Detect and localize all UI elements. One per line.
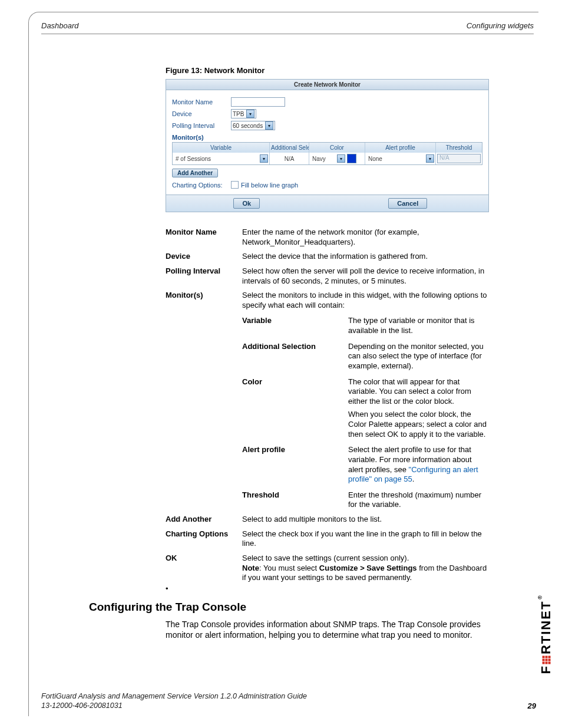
def-color-text1: The color that will appear for that vari… xyxy=(348,377,488,407)
device-select[interactable]: TPB ▾ xyxy=(231,109,256,118)
def-device-text: Select the device that the information i… xyxy=(242,252,488,262)
col-addsel: Additional Selection xyxy=(270,143,309,153)
def-addsel-label: Additional Selection xyxy=(242,342,348,371)
field-descriptions: Monitor Name Enter the name of the netwo… xyxy=(166,223,488,588)
col-variable: Variable xyxy=(173,143,270,153)
brand-pre: F xyxy=(538,665,554,674)
dialog-title: Create Network Monitor xyxy=(166,80,488,90)
def-charting-label: Charting Options xyxy=(166,529,242,549)
charting-text: Fill below line graph xyxy=(241,182,298,189)
col-threshold: Threshold xyxy=(436,143,482,153)
def-monitor-name-label: Monitor Name xyxy=(166,228,242,247)
def-alert-text-b: . xyxy=(412,475,415,483)
def-addanother-label: Add Another xyxy=(166,515,242,525)
def-device-label: Device xyxy=(166,252,242,262)
note-mid: : You must select xyxy=(259,564,319,572)
color-select[interactable]: Navy ▾ xyxy=(310,154,345,163)
label-monitor-name: Monitor Name xyxy=(172,98,231,106)
note-bold: Customize > Save Settings xyxy=(319,564,417,572)
def-addsel-text: Depending on the monitor selected, you c… xyxy=(348,342,488,371)
bullet: • xyxy=(166,584,168,593)
chevron-down-icon: ▾ xyxy=(265,121,273,130)
footer-line1: FortiGuard Analysis and Management Servi… xyxy=(41,691,307,701)
charting-label: Charting Options: xyxy=(172,182,231,189)
def-ok-text: Select to save the settings (current ses… xyxy=(242,554,488,583)
def-monitors-label: Monitor(s) xyxy=(166,291,242,510)
fill-below-checkbox[interactable] xyxy=(231,181,239,189)
ok-button[interactable]: Ok xyxy=(233,198,260,209)
create-network-monitor-dialog: Create Network Monitor Monitor Name Devi… xyxy=(166,79,489,212)
threshold-input[interactable]: N/A xyxy=(437,154,481,163)
alert-select[interactable]: None ▾ xyxy=(366,154,434,163)
def-color-text2: When you select the color block, the Col… xyxy=(348,410,488,439)
section-body: The Trap Console provides information ab… xyxy=(166,619,488,641)
brand-post: RTINET xyxy=(538,601,554,654)
variable-value: # of Sessions xyxy=(176,156,211,162)
header-left: Dashboard xyxy=(41,21,79,30)
addsel-cell: N/A xyxy=(270,153,309,164)
fortinet-logo: F RTINET ® xyxy=(538,595,554,674)
def-alert-label: Alert profile xyxy=(242,445,348,485)
footer-line2: 13-12000-406-20081031 xyxy=(41,701,307,710)
footer-left: FortiGuard Analysis and Management Servi… xyxy=(41,691,307,711)
chevron-down-icon: ▾ xyxy=(337,154,345,163)
def-charting-text: Select the check box if you want the lin… xyxy=(242,529,488,549)
brand-red-icon xyxy=(543,655,551,664)
def-ok-label: OK xyxy=(166,554,242,583)
monitors-table: Variable Additional Selection Color Aler… xyxy=(172,142,482,165)
color-value: Navy xyxy=(312,156,326,162)
chevron-down-icon: ▾ xyxy=(260,154,268,163)
add-another-button[interactable]: Add Another xyxy=(172,169,218,177)
def-threshold-label: Threshold xyxy=(242,490,348,510)
monitor-name-input[interactable] xyxy=(231,97,285,107)
chevron-down-icon: ▾ xyxy=(246,110,254,118)
header-right: Configuring widgets xyxy=(467,21,534,30)
label-device: Device xyxy=(172,110,231,117)
def-color-label: Color xyxy=(242,377,348,440)
table-row: # of Sessions ▾ N/A Navy ▾ None ▾ xyxy=(173,153,482,164)
polling-select[interactable]: 60 seconds ▾ xyxy=(231,121,275,130)
device-select-value: TPB xyxy=(233,111,244,117)
def-polling-label: Polling Interval xyxy=(166,266,242,286)
label-polling: Polling Interval xyxy=(172,122,231,129)
cancel-button[interactable]: Cancel xyxy=(388,198,427,209)
color-swatch[interactable] xyxy=(347,154,356,163)
note-label: Note xyxy=(242,564,259,572)
def-variable-text: The type of variable or monitor that is … xyxy=(348,316,488,335)
page-number: 29 xyxy=(528,701,536,710)
chevron-down-icon: ▾ xyxy=(426,154,434,163)
variable-select[interactable]: # of Sessions ▾ xyxy=(174,154,268,163)
alert-value: None xyxy=(368,156,382,162)
def-monitor-name-text: Enter the name of the network monitor (f… xyxy=(242,228,488,247)
brand-tm: ® xyxy=(537,594,543,599)
figure-caption: Figure 13: Network Monitor xyxy=(166,66,265,75)
label-monitors: Monitor(s) xyxy=(172,134,482,141)
col-color: Color xyxy=(309,143,365,153)
def-addanother-text: Select to add multiple monitors to the l… xyxy=(242,515,488,525)
def-threshold-text: Enter the threshold (maximum) number for… xyxy=(348,490,488,510)
polling-select-value: 60 seconds xyxy=(233,123,263,129)
def-monitors-text: Select the monitors to include in this w… xyxy=(242,291,488,310)
def-ok-text-a: Select to save the settings (current ses… xyxy=(242,554,488,564)
def-polling-text: Select how often the server will poll th… xyxy=(242,266,488,286)
def-alert-text: Select the alert profile to use for that… xyxy=(348,445,488,485)
section-heading: Configuring the Trap Console xyxy=(89,601,246,614)
def-variable-label: Variable xyxy=(242,316,348,335)
col-alert: Alert profile xyxy=(365,143,436,153)
page-header: Dashboard Configuring widgets xyxy=(41,21,534,34)
